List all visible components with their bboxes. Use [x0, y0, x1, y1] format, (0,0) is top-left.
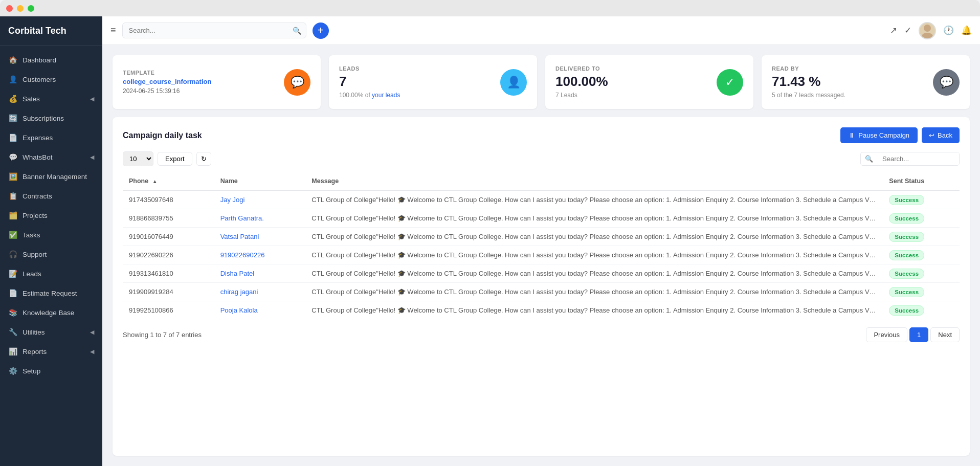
menu-toggle-button[interactable]: ≡ [110, 25, 116, 36]
avatar[interactable] [919, 22, 936, 39]
sidebar-item-label: Knowledge Base [23, 309, 74, 317]
sidebar-brand: Corbital Tech [0, 16, 102, 46]
stat-icon: 💬 [284, 69, 310, 96]
customers-icon: 👤 [8, 75, 17, 84]
sidebar-item-support[interactable]: 🎧 Support [0, 245, 102, 264]
sidebar-item-contracts[interactable]: 📋 Contracts [0, 186, 102, 206]
sort-phone-icon: ▲ [152, 179, 158, 184]
stat-info: READ BY 71.43 % 5 of the 7 leads message… [772, 65, 845, 99]
window-close-btn[interactable] [6, 5, 13, 12]
table-body: 917435097648 Jay Jogi CTL Group of Colle… [123, 190, 960, 319]
table-search-container: 🔍 [860, 152, 960, 166]
cell-phone: 919022690226 [123, 246, 214, 264]
export-button[interactable]: Export [158, 152, 192, 166]
sidebar-item-label: Support [23, 251, 47, 258]
cell-message: CTL Group of College"Hello! 🎓 Welcome to… [305, 209, 883, 228]
window-maximize-btn[interactable] [28, 5, 34, 12]
sidebar-item-banner-management[interactable]: 🖼️ Banner Management [0, 167, 102, 186]
app-header: ≡ 🔍 + ↗ ✓ 🕐 🔔 [102, 16, 980, 45]
clock-icon[interactable]: 🕐 [943, 25, 954, 36]
cell-name: 919022690226 [214, 246, 306, 264]
campaign-btn-group: ⏸ Pause Campaign ↩ Back [840, 127, 960, 143]
campaign-header: Campaign daily task ⏸ Pause Campaign ↩ B… [123, 127, 960, 143]
sidebar-item-setup[interactable]: ⚙️ Setup [0, 361, 102, 381]
content-area: ≡ 🔍 + ↗ ✓ 🕐 🔔 TEMPLATE college_ [102, 16, 980, 466]
sidebar-item-projects[interactable]: 🗂️ Projects [0, 206, 102, 225]
sidebar-item-leads[interactable]: 📝 Leads [0, 264, 102, 283]
sidebar-item-label: Sales [23, 95, 40, 103]
main-content: TEMPLATE college_course_information 2024… [102, 45, 980, 466]
bell-icon[interactable]: 🔔 [961, 25, 972, 36]
sidebar-item-label: Estimate Request [23, 290, 77, 297]
campaign-table: Phone ▲ Name Message Sent Status 9174350… [123, 172, 960, 319]
table-row: 919313461810 Disha Patel CTL Group of Co… [123, 264, 960, 283]
per-page-select[interactable]: 102550100 [123, 151, 153, 166]
next-button[interactable]: Next [930, 327, 960, 342]
status-badge: Success [889, 195, 924, 205]
stat-value: 7 [339, 74, 400, 90]
leads-icon: 📝 [8, 269, 17, 278]
back-button[interactable]: ↩ Back [922, 127, 960, 143]
add-button[interactable]: + [313, 23, 329, 39]
sidebar-item-reports[interactable]: 📊 Reports ◀ [0, 342, 102, 361]
stat-icon: 💬 [933, 69, 960, 96]
campaign-card: Campaign daily task ⏸ Pause Campaign ↩ B… [113, 117, 970, 456]
cell-name: Jay Jogi [214, 190, 306, 209]
col-name: Name [214, 172, 306, 190]
stat-label: READ BY [772, 65, 845, 72]
pagination-showing: Showing 1 to 7 of 7 entries [123, 331, 202, 339]
stat-label: DELIVERED TO [555, 65, 608, 72]
cell-status: Success [883, 301, 960, 320]
estimate-request-icon: 📄 [8, 289, 17, 298]
sidebar-item-dashboard[interactable]: 🏠 Dashboard [0, 50, 102, 70]
sidebar-item-estimate-request[interactable]: 📄 Estimate Request [0, 283, 102, 303]
sidebar-item-label: Subscriptions [23, 115, 64, 122]
reports-icon: 📊 [8, 347, 17, 356]
cell-phone: 917435097648 [123, 190, 214, 209]
sidebar-item-sales[interactable]: 💰 Sales ◀ [0, 89, 102, 108]
table-row: 919022690226 919022690226 CTL Group of C… [123, 246, 960, 264]
stat-label: LEADS [339, 65, 400, 72]
table-search-input[interactable] [877, 152, 959, 165]
contracts-icon: 📋 [8, 191, 17, 201]
campaign-title: Campaign daily task [123, 131, 202, 140]
status-badge: Success [889, 232, 924, 242]
window-minimize-btn[interactable] [17, 5, 24, 12]
table-row: 919016076449 Vatsal Patani CTL Group of … [123, 228, 960, 246]
chevron-icon: ◀ [90, 96, 94, 102]
pause-campaign-button[interactable]: ⏸ Pause Campaign [840, 127, 918, 143]
header-search-container: 🔍 [122, 23, 306, 38]
sidebar-item-expenses[interactable]: 📄 Expenses [0, 128, 102, 147]
support-icon: 🎧 [8, 250, 17, 259]
col-phone[interactable]: Phone ▲ [123, 172, 214, 190]
pagination-row: Showing 1 to 7 of 7 entries Previous 1 N… [123, 327, 960, 342]
stat-sub: 7 Leads [555, 92, 608, 99]
sidebar-item-utilities[interactable]: 🔧 Utilities ◀ [0, 322, 102, 342]
window-chrome [0, 0, 980, 16]
refresh-button[interactable]: ↻ [196, 152, 211, 166]
stat-card-delivered: DELIVERED TO 100.00% 7 Leads ✓ [545, 55, 753, 109]
app-wrapper: Corbital Tech 🏠 Dashboard 👤 Customers 💰 … [0, 16, 980, 466]
cell-name: Vatsal Patani [214, 228, 306, 246]
sidebar-item-customers[interactable]: 👤 Customers [0, 70, 102, 89]
utilities-icon: 🔧 [8, 327, 17, 337]
sidebar-item-knowledge-base[interactable]: 📚 Knowledge Base [0, 303, 102, 322]
status-badge: Success [889, 213, 924, 224]
whatsbot-icon: 💬 [8, 152, 17, 162]
search-input[interactable] [122, 23, 306, 38]
stat-sub: 100.00% of your leads [339, 92, 400, 99]
sidebar-item-label: Expenses [23, 134, 53, 142]
sidebar-item-whatsbot[interactable]: 💬 WhatsBot ◀ [0, 147, 102, 167]
check-icon[interactable]: ✓ [904, 25, 911, 36]
sidebar-item-tasks[interactable]: ✅ Tasks [0, 225, 102, 245]
sidebar-item-subscriptions[interactable]: 🔄 Subscriptions [0, 108, 102, 128]
share-icon[interactable]: ↗ [890, 25, 897, 36]
previous-button[interactable]: Previous [866, 327, 907, 342]
stat-icon: 👤 [500, 69, 527, 96]
page-1-button[interactable]: 1 [909, 327, 928, 342]
stat-info: TEMPLATE college_course_information 2024… [123, 70, 211, 95]
cell-phone: 919925100866 [123, 301, 214, 320]
stat-card-template: TEMPLATE college_course_information 2024… [113, 55, 321, 109]
cell-status: Success [883, 246, 960, 264]
cell-message: CTL Group of College"Hello! 🎓 Welcome to… [305, 228, 883, 246]
